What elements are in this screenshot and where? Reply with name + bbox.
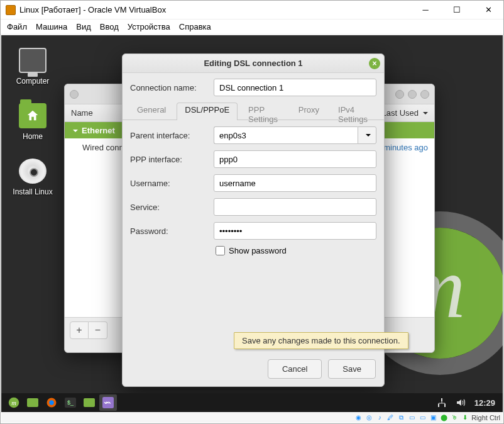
- status-shared-icon[interactable]: ▭: [407, 413, 416, 422]
- conn-min-icon[interactable]: [70, 90, 79, 99]
- menu-devices[interactable]: Устройства: [128, 22, 170, 31]
- monitor-icon: [19, 48, 47, 73]
- connection-name-input[interactable]: [214, 79, 376, 96]
- ppp-interface-label: PPP interface:: [130, 155, 209, 164]
- taskbar: m $_ 12:29: [1, 393, 503, 412]
- svg-rect-7: [84, 398, 95, 407]
- svg-rect-2: [27, 398, 38, 407]
- tab-ipv4-settings[interactable]: IPv4 Settings: [330, 103, 378, 120]
- status-cpu-icon[interactable]: ⬤: [439, 413, 448, 422]
- status-hd-icon[interactable]: ◉: [354, 413, 363, 422]
- menu-view[interactable]: Вид: [76, 22, 91, 31]
- dialog-title: Editing DSL connection 1: [138, 59, 369, 68]
- vbox-title: Linux [Работает] - Oracle VM VirtualBox: [19, 5, 408, 14]
- svg-text:m: m: [11, 399, 16, 406]
- status-audio-icon[interactable]: ♪: [375, 413, 384, 422]
- firefox-button[interactable]: [43, 394, 60, 411]
- desktop-icon-label: Computer: [8, 77, 58, 86]
- conn-min-button[interactable]: [395, 90, 404, 99]
- username-label: Username:: [130, 179, 209, 188]
- panel-clock[interactable]: 12:29: [471, 398, 499, 408]
- save-tooltip: Save any changes made to this connection…: [234, 332, 408, 349]
- desktop-icon-computer[interactable]: Computer: [8, 48, 58, 86]
- svg-point-4: [49, 400, 54, 405]
- desktop-icon-label: Home: [8, 132, 58, 141]
- group-label: Ethernet: [82, 126, 115, 135]
- menu-input[interactable]: Ввод: [100, 22, 119, 31]
- tab-proxy[interactable]: Proxy: [290, 103, 327, 120]
- start-menu-button[interactable]: m: [5, 394, 23, 411]
- minimize-button[interactable]: ─: [412, 1, 439, 19]
- username-input[interactable]: [214, 174, 376, 192]
- svg-rect-9: [441, 398, 442, 401]
- status-usb-icon[interactable]: 🖉: [386, 413, 395, 422]
- status-rec-icon[interactable]: ▣: [429, 413, 437, 422]
- menu-help[interactable]: Справка: [179, 22, 211, 31]
- remove-connection-button[interactable]: −: [89, 321, 107, 339]
- menu-machine[interactable]: Машина: [36, 22, 67, 31]
- desktop-icon-home[interactable]: Home: [8, 103, 58, 141]
- status-cd-icon[interactable]: ◎: [364, 413, 373, 422]
- show-password-checkbox[interactable]: [216, 246, 225, 255]
- tab-general[interactable]: General: [129, 103, 174, 120]
- maximize-button[interactable]: ☐: [443, 1, 471, 19]
- status-display-icon[interactable]: ▭: [418, 413, 427, 422]
- save-button[interactable]: Save: [328, 359, 376, 379]
- cd-icon: [19, 159, 47, 184]
- host-key-label: Right Ctrl: [471, 414, 500, 421]
- vbox-titlebar: Linux [Работает] - Oracle VM VirtualBox …: [1, 1, 503, 20]
- dialog-titlebar[interactable]: Editing DSL connection 1 ×: [123, 54, 384, 73]
- desktop-icons: Computer Home Install Linux: [8, 48, 58, 214]
- close-button[interactable]: ✕: [474, 1, 502, 19]
- terminal-button[interactable]: $_: [62, 394, 79, 411]
- conn-max-button[interactable]: [408, 90, 417, 99]
- vbox-menubar: Файл Машина Вид Ввод Устройства Справка: [1, 20, 503, 35]
- tabs: General DSL/PPPoE PPP Settings Proxy IPv…: [123, 103, 384, 120]
- cancel-button[interactable]: Cancel: [268, 359, 322, 379]
- taskbar-window-connections[interactable]: [99, 394, 117, 411]
- host-key-icon[interactable]: ⬇: [461, 413, 469, 422]
- guest-screen: m Computer Home Install Linux Network Co…: [1, 35, 503, 412]
- conn-close-button[interactable]: [420, 90, 429, 99]
- menu-file[interactable]: Файл: [7, 22, 27, 31]
- svg-rect-11: [444, 404, 446, 407]
- show-desktop-button[interactable]: [24, 394, 41, 411]
- virtualbox-window: Linux [Работает] - Oracle VM VirtualBox …: [0, 0, 504, 424]
- desktop-icon-install[interactable]: Install Linux: [8, 159, 58, 196]
- desktop-icon-label: Install Linux: [8, 187, 58, 196]
- dialog-close-button[interactable]: ×: [369, 58, 380, 69]
- network-icon[interactable]: [433, 394, 451, 411]
- add-connection-button[interactable]: +: [70, 321, 89, 339]
- vbox-statusbar: ◉ ◎ ♪ 🖉 ⧉ ▭ ▭ ▣ ⬤ 🖰 ⬇ Right Ctrl: [1, 412, 503, 423]
- connection-name-label: Connection name:: [130, 83, 209, 92]
- virtualbox-icon: [6, 5, 16, 15]
- parent-interface-label: Parent interface:: [130, 131, 209, 140]
- password-label: Password:: [130, 226, 209, 236]
- tab-ppp-settings[interactable]: PPP Settings: [240, 103, 288, 120]
- status-net-icon[interactable]: ⧉: [397, 413, 405, 422]
- files-button[interactable]: [80, 394, 98, 411]
- svg-text:$_: $_: [67, 399, 74, 406]
- status-mouse-icon[interactable]: 🖰: [450, 413, 459, 422]
- ppp-interface-input[interactable]: [214, 150, 376, 168]
- volume-icon[interactable]: [452, 394, 469, 411]
- tab-dsl-pppoe[interactable]: DSL/PPPoE: [177, 103, 238, 120]
- home-folder-icon: [19, 103, 47, 128]
- parent-interface-dropdown[interactable]: [358, 126, 376, 144]
- service-input[interactable]: [214, 198, 376, 216]
- password-input[interactable]: [214, 222, 376, 240]
- svg-rect-10: [438, 404, 439, 407]
- show-password-label: Show password: [229, 246, 287, 255]
- parent-interface-input[interactable]: [214, 126, 358, 144]
- service-label: Service:: [130, 203, 209, 212]
